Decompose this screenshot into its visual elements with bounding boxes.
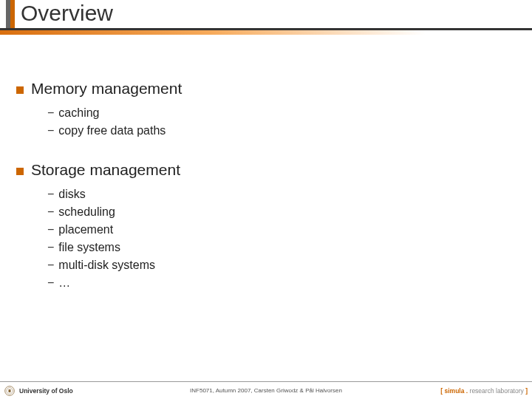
sub-list: − caching − copy free data paths — [16, 103, 532, 139]
footer: University of Oslo INF5071, Autumn 2007,… — [0, 381, 532, 399]
section-header: Storage management — [16, 161, 532, 179]
list-item: − copy free data paths — [47, 123, 532, 139]
dash-icon: − — [47, 257, 54, 273]
list-item: − multi-disk systems — [47, 257, 532, 273]
slide-title: Overview — [18, 0, 532, 27]
title-accent-orange — [10, 0, 15, 28]
section-title: Storage management — [31, 161, 180, 179]
svg-rect-2 — [9, 389, 11, 392]
item-text: file systems — [58, 239, 120, 256]
content-area: Memory management − caching − copy free … — [0, 27, 532, 291]
list-item: − … — [47, 275, 532, 291]
bracket-close-icon: ] — [524, 387, 528, 395]
bullet-icon — [16, 168, 24, 175]
section-title: Memory management — [31, 80, 182, 98]
footer-brand: simula — [445, 387, 465, 395]
item-text: caching — [58, 105, 99, 121]
list-item: − scheduling — [47, 204, 532, 220]
item-text: multi-disk systems — [58, 257, 155, 273]
dash-icon: − — [47, 204, 54, 220]
item-text: scheduling — [58, 204, 115, 220]
title-underline-gradient — [0, 30, 532, 35]
list-item: − disks — [47, 186, 532, 202]
footer-course-info: INF5071, Autumn 2007, Carsten Griwodz & … — [190, 387, 342, 394]
section-storage: Storage management − disks − scheduling … — [16, 161, 532, 291]
item-text: copy free data paths — [58, 123, 166, 139]
dash-icon: − — [47, 239, 54, 256]
dash-icon: − — [47, 222, 54, 238]
dash-icon: − — [47, 123, 54, 139]
dot-icon: . — [464, 387, 469, 395]
section-memory: Memory management − caching − copy free … — [16, 80, 532, 139]
list-item: − placement — [47, 222, 532, 238]
sub-list: − disks − scheduling − placement − file … — [16, 185, 532, 291]
item-text: … — [58, 275, 70, 291]
footer-suffix: research laboratory — [470, 387, 524, 395]
dash-icon: − — [47, 186, 54, 202]
bullet-icon — [16, 86, 24, 94]
list-item: − caching — [47, 105, 532, 121]
list-item: − file systems — [47, 239, 532, 256]
section-header: Memory management — [16, 80, 532, 98]
dash-icon: − — [47, 105, 54, 121]
title-area: Overview — [0, 0, 532, 27]
item-text: placement — [58, 222, 113, 238]
uio-seal-icon — [4, 386, 15, 396]
footer-left: University of Oslo — [0, 386, 73, 396]
dash-icon: − — [47, 275, 54, 291]
item-text: disks — [58, 186, 85, 202]
footer-lab: [ simula . research laboratory ] — [440, 387, 528, 395]
footer-university: University of Oslo — [19, 387, 73, 395]
